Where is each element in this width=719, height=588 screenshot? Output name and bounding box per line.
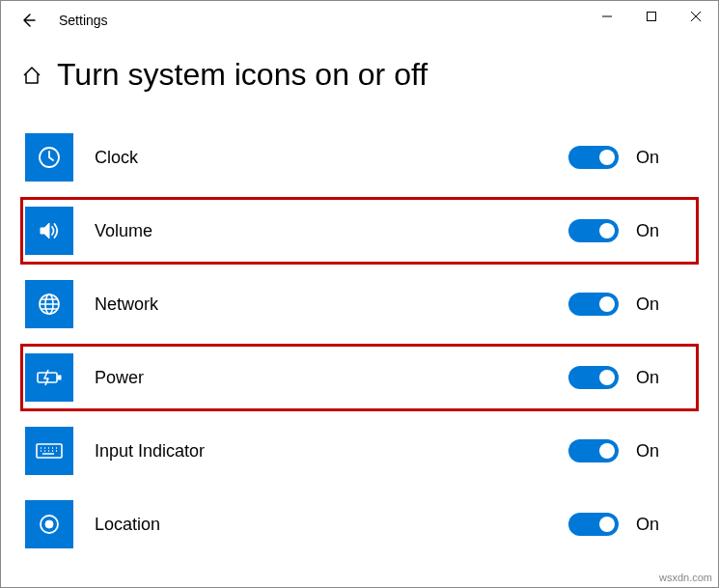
keyboard-icon: [25, 427, 73, 475]
toggle-state-label: On: [636, 441, 694, 462]
svg-rect-5: [58, 376, 61, 379]
toggle-switch[interactable]: [568, 366, 619, 389]
maximize-button[interactable]: [629, 1, 674, 32]
back-button[interactable]: [9, 1, 47, 40]
close-icon: [690, 11, 702, 22]
titlebar: Settings: [1, 1, 718, 40]
item-label: Clock: [95, 148, 568, 168]
home-button[interactable]: [20, 65, 43, 86]
list-item: VolumeOn: [25, 202, 694, 260]
location-icon: [25, 500, 73, 548]
item-label: Network: [95, 294, 568, 315]
close-button[interactable]: [674, 1, 718, 32]
list-item: NetworkOn: [25, 275, 694, 333]
toggle-state-label: On: [636, 515, 694, 535]
list-item: ClockOn: [25, 128, 694, 186]
clock-icon: [25, 133, 73, 182]
page-title: Turn system icons on or off: [57, 57, 428, 93]
home-icon: [21, 65, 42, 86]
list-row-wrap: ClockOn: [20, 124, 699, 191]
toggle-state-label: On: [636, 221, 694, 241]
maximize-icon: [646, 11, 657, 22]
toggle-state-label: On: [636, 294, 694, 315]
toggle-switch[interactable]: [568, 293, 619, 316]
item-label: Location: [95, 515, 568, 535]
list-row-wrap: LocationOn: [20, 490, 699, 558]
system-icons-list: ClockOnVolumeOnNetworkOnPowerOnInput Ind…: [20, 124, 699, 564]
toggle-state-label: On: [636, 368, 694, 388]
content-area: Turn system icons on or off ClockOnVolum…: [1, 40, 718, 564]
toggle-switch[interactable]: [568, 219, 619, 242]
list-item: LocationOn: [25, 495, 694, 553]
toggle-switch[interactable]: [568, 146, 619, 169]
network-icon: [25, 280, 73, 328]
item-label: Volume: [95, 221, 568, 241]
toggle-switch[interactable]: [568, 513, 619, 536]
minimize-icon: [601, 11, 613, 22]
watermark: wsxdn.com: [659, 572, 712, 583]
svg-rect-0: [648, 13, 656, 21]
list-item: Input IndicatorOn: [25, 422, 694, 480]
list-row-wrap: NetworkOn: [20, 270, 699, 338]
arrow-left-icon: [19, 12, 37, 29]
minimize-button[interactable]: [585, 1, 629, 32]
window-title: Settings: [59, 13, 108, 28]
power-icon: [25, 353, 73, 402]
list-row-wrap: VolumeOn: [20, 197, 699, 265]
list-row-wrap: Input IndicatorOn: [20, 417, 699, 485]
list-item: PowerOn: [25, 349, 694, 406]
page-heading: Turn system icons on or off: [20, 57, 699, 93]
item-label: Input Indicator: [95, 441, 568, 462]
svg-point-8: [45, 520, 53, 528]
list-row-wrap: PowerOn: [20, 344, 699, 411]
item-label: Power: [95, 368, 568, 388]
volume-icon: [25, 207, 73, 255]
toggle-state-label: On: [636, 148, 694, 168]
window-controls: [585, 1, 718, 32]
toggle-switch[interactable]: [568, 439, 619, 462]
